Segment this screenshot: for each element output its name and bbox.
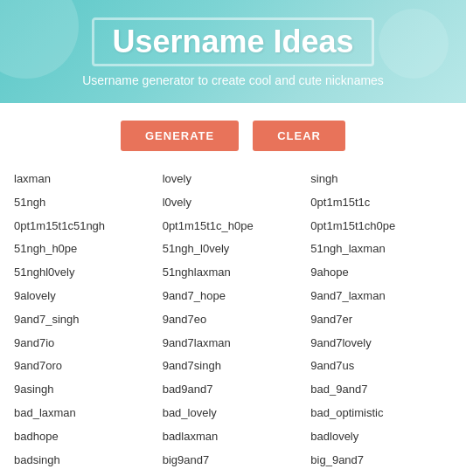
list-item: 0pt1m15t1c51ngh — [10, 216, 159, 238]
list-item: 51ngh_laxman — [307, 238, 456, 260]
list-item: bad_optimistic — [307, 403, 456, 424]
list-item: 9and7io — [10, 333, 159, 355]
list-item: big_9and7 — [307, 450, 456, 472]
list-item: 9and7_hope — [159, 286, 308, 307]
username-column-1: laxman51ngh0pt1m15t1c51ngh51ngh_h0pe51ng… — [10, 169, 159, 476]
action-buttons: GENERATE CLEAR — [0, 103, 466, 165]
page-title: Username Ideas — [92, 17, 373, 66]
list-item: 9and7oro — [10, 355, 159, 377]
list-item: 9ahope — [307, 262, 456, 284]
page-subtitle: Username generator to create cool and cu… — [9, 73, 457, 87]
list-item: laxman — [10, 169, 159, 190]
list-item: 51nghl0vely — [10, 262, 159, 284]
username-column-3: singh0pt1m15t1c0pt1m15t1ch0pe51ngh_laxma… — [307, 169, 456, 476]
generate-button[interactable]: GENERATE — [121, 121, 239, 151]
clear-button[interactable]: CLEAR — [253, 121, 345, 151]
list-item: lovely — [159, 169, 308, 190]
list-item: big_optimistic — [307, 473, 456, 476]
list-item: bad_9and7 — [307, 379, 456, 401]
list-item: badsingh — [10, 450, 159, 472]
list-item: 9alovely — [10, 286, 159, 307]
list-item: bad9and7 — [159, 379, 308, 401]
list-item: 9and7_singh — [10, 309, 159, 331]
list-item: big_lovely — [159, 473, 308, 476]
list-item: 51ngh — [10, 192, 159, 214]
list-item: big9and7 — [159, 450, 308, 472]
list-item: 0pt1m15t1c — [307, 192, 456, 214]
list-item: 9asingh — [10, 379, 159, 401]
list-item: badlovely — [307, 426, 456, 448]
list-item: l0vely — [159, 192, 308, 214]
list-item: 9and7laxman — [159, 333, 308, 355]
list-item: badlaxman — [159, 426, 308, 448]
list-item: badhope — [10, 426, 159, 448]
username-column-2: lovelyl0vely0pt1m15t1c_h0pe51ngh_l0vely5… — [159, 169, 308, 476]
list-item: bad_lovely — [159, 403, 308, 424]
list-item: 9and7singh — [159, 355, 308, 377]
list-item: 0pt1m15t1ch0pe — [307, 216, 456, 238]
list-item: 0pt1m15t1c_h0pe — [159, 216, 308, 238]
list-item: 9and7lovely — [307, 333, 456, 355]
list-item: 9and7eo — [159, 309, 308, 331]
header-section: Username Ideas Username generator to cre… — [0, 0, 466, 103]
list-item: 51nghlaxman — [159, 262, 308, 284]
list-item: bad_laxman — [10, 403, 159, 424]
list-item: 51ngh_l0vely — [159, 238, 308, 260]
list-item: 9and7er — [307, 309, 456, 331]
list-item: 51ngh_h0pe — [10, 238, 159, 260]
username-grid: laxman51ngh0pt1m15t1c51ngh51ngh_h0pe51ng… — [0, 165, 466, 476]
list-item: 9and7us — [307, 355, 456, 377]
list-item: big_laxman — [10, 473, 159, 476]
list-item: 9and7_laxman — [307, 286, 456, 307]
list-item: singh — [307, 169, 456, 190]
